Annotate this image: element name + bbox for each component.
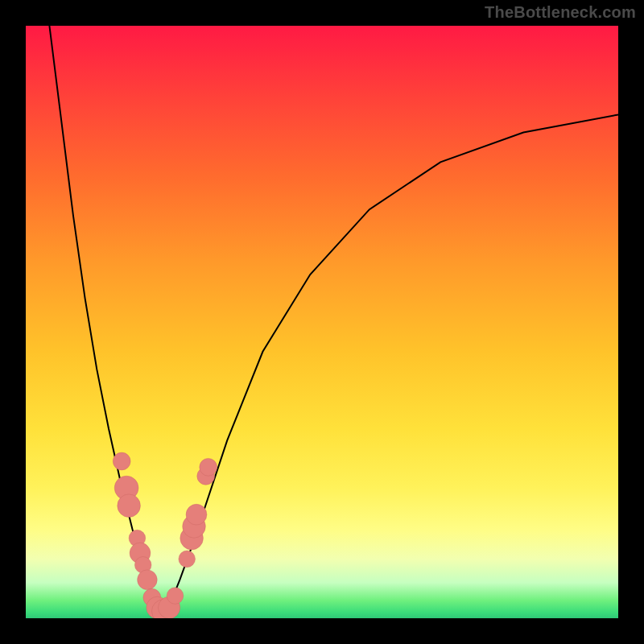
chart-frame: TheBottleneck.com — [0, 0, 644, 644]
data-marker — [167, 588, 184, 605]
watermark-text: TheBottleneck.com — [485, 3, 636, 22]
data-marker — [138, 570, 158, 590]
marker-layer — [113, 452, 217, 618]
data-marker — [113, 452, 130, 470]
data-marker — [179, 551, 196, 568]
data-marker — [186, 504, 207, 525]
chart-svg — [26, 26, 618, 618]
bottleneck-curve — [49, 26, 618, 613]
data-marker — [118, 494, 141, 518]
data-marker — [200, 458, 217, 476]
plot-area — [26, 26, 618, 618]
curve-layer — [49, 26, 618, 613]
